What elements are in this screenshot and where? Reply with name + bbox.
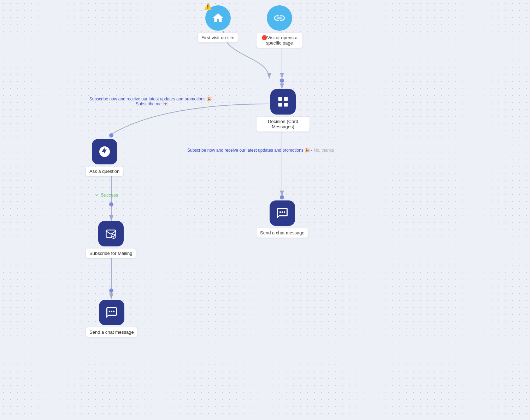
svg-point-9 (280, 195, 284, 199)
svg-point-5 (109, 202, 113, 206)
visitor-opens-icon (267, 5, 292, 31)
svg-point-3 (109, 133, 113, 138)
svg-rect-11 (278, 97, 282, 101)
send-chat-left-label: Send a chat message (86, 327, 137, 337)
svg-point-19 (113, 311, 115, 313)
visitor-opens-label: 🔴Visitor opens a specific page (257, 33, 302, 48)
send-chat-left-icon (99, 300, 124, 325)
send-chat-right-label: Send a chat message (257, 228, 308, 238)
svg-point-17 (109, 311, 111, 313)
decision-icon (270, 89, 296, 115)
ask-question-label: Ask a question (86, 167, 123, 176)
svg-point-21 (282, 211, 283, 213)
svg-point-10 (280, 78, 284, 83)
svg-rect-12 (284, 97, 288, 101)
svg-point-7 (109, 288, 113, 293)
decision-label: Decision (Card Messages) (257, 117, 310, 132)
ask-question-icon (92, 139, 117, 164)
first-visit-icon: ⚠️ (205, 5, 231, 31)
subscribe-mailing-node[interactable]: Subscribe for Mailing (86, 221, 136, 258)
subscribe-mailing-label: Subscribe for Mailing (86, 249, 136, 258)
decision-node[interactable]: Decision (Card Messages) (257, 89, 310, 132)
success-label: ✓Success (95, 192, 118, 198)
send-chat-right-node[interactable]: Send a chat message (257, 200, 308, 238)
visitor-opens-node[interactable]: 🔴Visitor opens a specific page (257, 5, 302, 48)
send-chat-left-node[interactable]: Send a chat message (86, 300, 137, 337)
first-visit-label: First visit on site (198, 33, 238, 42)
subscribe-me-edge-label: Subscribe now and receive our latest upd… (81, 97, 223, 106)
svg-point-18 (111, 311, 113, 313)
svg-rect-14 (284, 103, 288, 107)
ask-question-node[interactable]: Ask a question (86, 139, 123, 176)
svg-rect-13 (278, 103, 282, 107)
svg-point-22 (284, 211, 285, 213)
send-chat-right-icon (270, 200, 295, 226)
svg-point-20 (279, 211, 281, 213)
subscribe-mailing-icon (98, 221, 124, 246)
first-visit-node[interactable]: ⚠️ First visit on site (198, 5, 238, 42)
no-thanks-edge-label: Subscribe now and receive our latest upd… (187, 148, 334, 153)
